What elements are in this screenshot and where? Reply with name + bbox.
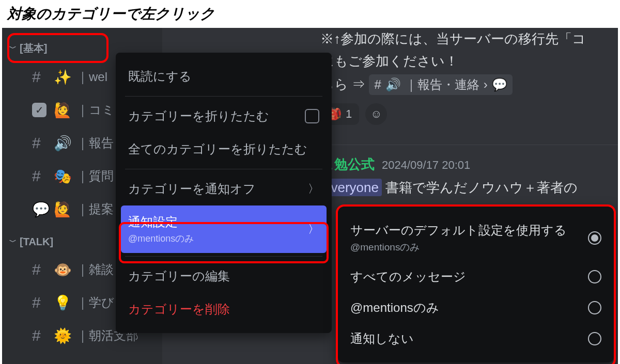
radio-icon — [588, 332, 601, 345]
sun-icon: 🌞 — [54, 327, 72, 344]
raising-hand-icon: 🙋 — [54, 102, 72, 119]
menu-collapse-category[interactable]: カテゴリーを折りたたむ — [121, 100, 327, 133]
channel-mention[interactable]: # 🔊 ｜報告・連絡 › 💬 — [369, 74, 512, 95]
divider — [125, 169, 322, 169]
menu-edit-category[interactable]: カテゴリーの編集 — [121, 260, 327, 293]
menu-mark-read[interactable]: 既読にする — [121, 60, 327, 93]
option-all-messages[interactable]: すべてのメッセージ — [344, 261, 608, 292]
category-label: [基本] — [20, 41, 47, 55]
message-header: ュ勉公式 2024/09/17 20:01 — [312, 152, 618, 177]
bulb-icon: 💡 — [54, 294, 72, 311]
hash-icon: # — [32, 68, 41, 86]
hash-icon: # — [32, 167, 41, 185]
menu-mute-category[interactable]: カテゴリーを通知オフ 〉 — [121, 172, 327, 205]
chevron-right-icon: 〉 — [308, 181, 319, 197]
speaker-icon: 🔊 — [385, 77, 401, 92]
speaker-icon: 🔊 — [54, 135, 72, 152]
add-reaction-button[interactable]: ☺ — [365, 103, 387, 125]
hash-icon: # — [374, 77, 381, 92]
hash-icon: # — [32, 294, 41, 311]
chat-text: ※↑参加の際には、当サーバーの移行先「コ — [312, 28, 618, 50]
menu-notification-settings[interactable]: 通知設定 @mentionsのみ 〉 — [121, 205, 327, 253]
category-context-menu: 既読にする カテゴリーを折りたたむ 全てのカテゴリーを折りたたむ カテゴリーを通… — [116, 53, 332, 333]
divider — [125, 256, 322, 257]
category-label: [TALK] — [20, 236, 53, 248]
discord-app: ﹀ [基本] # ✨ ｜ wel ✓ 🙋 ｜ コミ # 🔊 ｜ 報告 # 🎭 ｜… — [2, 28, 618, 364]
option-nothing[interactable]: 通知しない — [344, 323, 608, 354]
message-timestamp: 2024/09/17 20:01 — [382, 159, 470, 172]
menu-collapse-all[interactable]: 全てのカテゴリーを折りたたむ — [121, 133, 327, 166]
thread-icon: 💬 — [32, 201, 50, 218]
speech-bubble-icon: 💬 — [492, 77, 507, 92]
sparkles-icon: ✨ — [54, 69, 72, 86]
chevron-right-icon: › — [484, 77, 488, 92]
hash-icon: # — [32, 134, 41, 152]
reactions: 🎒 1 ☺ — [312, 97, 618, 137]
message-body: everyone 書籍で学んだノウハウ＋著者の — [312, 177, 618, 199]
message-divider — [312, 145, 618, 145]
divider — [125, 96, 322, 97]
instruction-text: 対象のカテゴリーで左クリック — [0, 0, 620, 28]
menu-delete-category[interactable]: カテゴリーを削除 — [121, 293, 327, 326]
notification-submenu: サーバーのデフォルト設定を使用する @mentionsのみ すべてのメッセージ … — [338, 207, 614, 362]
chevron-right-icon: 〉 — [308, 221, 319, 237]
chat-text: ちら ⇒ # 🔊 ｜報告・連絡 › 💬 — [312, 72, 618, 97]
option-use-default[interactable]: サーバーのデフォルト設定を使用する @mentionsのみ — [344, 215, 608, 261]
checkbox-icon — [305, 109, 319, 123]
hash-icon: # — [32, 261, 41, 278]
chevron-down-icon: ﹀ — [9, 44, 17, 53]
mask-icon: 🎭 — [54, 168, 72, 185]
chat-text: にもご参加ください！ — [312, 50, 618, 72]
rules-icon: ✓ — [32, 103, 47, 117]
option-mentions-only[interactable]: @mentionsのみ — [344, 292, 608, 323]
raising-hand-icon: 🙋 — [54, 201, 72, 218]
monkey-icon: 🐵 — [54, 261, 72, 278]
hash-icon: # — [32, 327, 41, 344]
radio-icon — [588, 231, 601, 245]
chevron-down-icon: ﹀ — [9, 238, 17, 247]
radio-icon — [588, 270, 601, 283]
radio-icon — [588, 301, 601, 314]
